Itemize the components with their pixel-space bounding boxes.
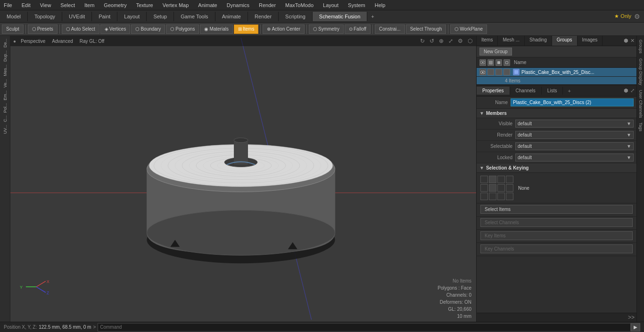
autoselect-button[interactable]: ⬡ Auto Select [62, 24, 99, 34]
advanced-mode[interactable]: Advanced [50, 39, 74, 44]
polygons-button[interactable]: ⬡ Polygons [166, 24, 199, 34]
name-value[interactable]: Plastic_Cake_Box_with_25_Discs (2) [511, 98, 634, 106]
menu-texture[interactable]: Texture [134, 2, 155, 8]
tab-layout[interactable]: Layout [117, 12, 147, 21]
menu-select[interactable]: Select [58, 2, 77, 8]
sidebar-pol[interactable]: Pol... [2, 102, 8, 114]
viewport-menu-icon[interactable]: ● [13, 39, 16, 44]
key-dot-8[interactable] [506, 184, 513, 192]
viewport-undo-icon[interactable]: ↺ [429, 38, 434, 44]
render-dropdown[interactable]: default ▼ [515, 131, 634, 139]
vertices-button[interactable]: ◈ Vertices [100, 24, 131, 34]
props-detach-icon[interactable]: ⤢ [630, 88, 635, 94]
menu-maxtomodo[interactable]: MaxToModo [283, 2, 315, 8]
locked-dropdown[interactable]: default ▼ [515, 154, 634, 162]
props-tab-lists[interactable]: Lists [542, 87, 563, 95]
expand-right-icon[interactable]: >> [628, 314, 635, 321]
menu-render[interactable]: Render [257, 2, 278, 8]
cmd-run-button[interactable]: ▶ [631, 323, 640, 332]
select-through-button[interactable]: Select Through [406, 24, 446, 34]
menu-layout[interactable]: Layout [321, 2, 340, 8]
sidebar-c[interactable]: C... [2, 114, 8, 123]
viewport-fullscreen-icon[interactable]: ⤢ [448, 38, 453, 44]
select-channels-button[interactable]: Select Channels [480, 218, 633, 227]
viewport-rotate-icon[interactable]: ↻ [420, 38, 425, 44]
sidebar-de[interactable]: De... [2, 38, 8, 49]
tab-uvedit[interactable]: UVEdit [62, 12, 92, 21]
new-group-button[interactable]: New Group [479, 48, 512, 56]
panel-close-icon[interactable]: ✕ [630, 38, 635, 44]
menu-file[interactable]: File [2, 2, 14, 8]
items-button[interactable]: ⊞ Items [234, 24, 258, 34]
key-dot-9[interactable] [480, 193, 488, 200]
viewport-zoom-icon[interactable]: ⊕ [439, 38, 444, 44]
key-dot-2[interactable] [489, 176, 496, 183]
tab-scripting[interactable]: Scripting [279, 12, 313, 21]
group-vis-icon[interactable] [479, 69, 486, 75]
vtab-user-channels[interactable]: User Channels [638, 88, 644, 120]
menu-view[interactable]: View [38, 2, 53, 8]
lock-icon-1[interactable] [504, 59, 510, 66]
props-maximize-icon[interactable]: ⬢ [624, 88, 628, 94]
selectable-dropdown[interactable]: default ▼ [515, 142, 634, 150]
panel-tab-groups[interactable]: Groups [552, 36, 578, 46]
key-items-button[interactable]: Key Items [480, 231, 633, 240]
sidebar-em[interactable]: Em... [2, 89, 8, 101]
props-tab-channels[interactable]: Channels [510, 87, 542, 95]
group-sel-icon[interactable] [495, 69, 502, 75]
menu-dynamics[interactable]: Dynamics [225, 2, 251, 8]
perspective-mode[interactable]: Perspective [19, 39, 47, 44]
menu-edit[interactable]: Edit [20, 2, 33, 8]
tab-animate[interactable]: Animate [215, 12, 248, 21]
menu-help[interactable]: Help [373, 2, 388, 8]
tab-topology[interactable]: Topology [28, 12, 62, 21]
key-dot-12[interactable] [506, 193, 513, 200]
vtab-tags[interactable]: Tags [638, 121, 644, 133]
key-dot-5[interactable] [480, 184, 488, 192]
key-channels-button[interactable]: Key Channels [480, 244, 633, 253]
falloff-button[interactable]: ⊙ Falloff [345, 24, 371, 34]
render-icon-1[interactable] [487, 59, 494, 66]
action-center-button[interactable]: ⊕ Action Center [263, 24, 305, 34]
tab-model[interactable]: Model [0, 12, 28, 21]
sidebar-mes[interactable]: Mes... [2, 64, 8, 77]
menu-geometry[interactable]: Geometry [102, 2, 128, 8]
tab-gametools[interactable]: Game Tools [174, 12, 215, 21]
key-dot-11[interactable] [497, 193, 505, 200]
key-dot-3[interactable] [497, 176, 505, 183]
menu-item[interactable]: Item [83, 2, 96, 8]
add-props-tab-button[interactable]: + [564, 88, 574, 94]
viewport-maximize-icon[interactable]: ⬡ [468, 38, 472, 44]
key-dot-10[interactable] [489, 193, 496, 200]
key-dot-6[interactable] [489, 184, 496, 192]
group-item-row[interactable]: Plastic_Cake_Box_with_25_Disc... [477, 68, 636, 77]
command-input[interactable] [98, 323, 631, 332]
vis-icon-1[interactable] [479, 59, 486, 66]
key-dot-4[interactable] [506, 176, 513, 183]
viewport-settings-icon[interactable]: ⚙ [458, 38, 463, 44]
sidebar-uv[interactable]: UV... [2, 124, 8, 135]
group-render-icon[interactable] [487, 69, 494, 75]
boundary-button[interactable]: ⬡ Boundary [131, 24, 165, 34]
key-dot-7[interactable] [497, 184, 505, 192]
symmetry-button[interactable]: ⬡ Symmetry [309, 24, 344, 34]
menu-system[interactable]: System [346, 2, 367, 8]
visible-dropdown[interactable]: default ▼ [515, 120, 634, 128]
members-section[interactable]: ▼ Members [477, 109, 636, 118]
ray-gl[interactable]: Ray GL: Off [78, 39, 107, 44]
tab-setup[interactable]: Setup [147, 12, 174, 21]
panel-tab-items[interactable]: Items [477, 36, 498, 46]
settings-icon[interactable]: ⚙ [634, 13, 640, 20]
sidebar-ve[interactable]: Ve... [2, 78, 8, 89]
workplane-button[interactable]: ⬡ WorkPlane [450, 24, 487, 34]
group-lock-icon[interactable] [504, 69, 510, 75]
presets-button[interactable]: ⬡ Presets [28, 24, 58, 34]
panel-tab-mesh[interactable]: Mesh ... [498, 36, 525, 46]
key-dot-1[interactable] [480, 176, 488, 183]
constrain-button[interactable]: Constrai... [375, 24, 405, 34]
select-items-button[interactable]: Select Items [480, 205, 633, 214]
menu-animate[interactable]: Animate [196, 2, 219, 8]
sculpt-button[interactable]: Sculpt [2, 24, 24, 34]
tab-schematic-fusion[interactable]: Schematic Fusion [313, 12, 367, 21]
panel-maximize-icon[interactable]: ⬢ [624, 38, 628, 44]
